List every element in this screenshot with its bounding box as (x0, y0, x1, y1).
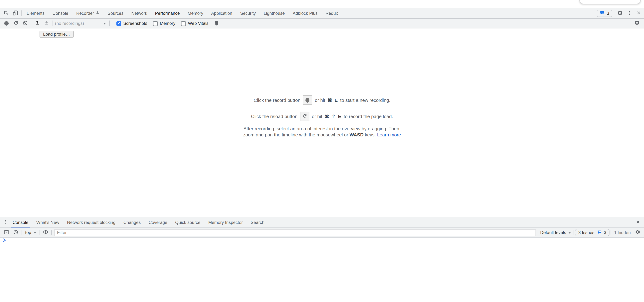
tab-memory[interactable]: Memory (184, 8, 207, 18)
learn-more-link[interactable]: Learn more (377, 132, 401, 137)
create-live-expression-button[interactable] (41, 228, 50, 237)
tab-label: What's New (36, 220, 59, 225)
divider (574, 230, 574, 235)
console-settings-button[interactable] (633, 228, 642, 237)
checkbox-label: Memory (160, 21, 176, 26)
issues-counter-button[interactable]: 3 (597, 10, 612, 17)
divider (52, 21, 52, 26)
tab-lighthouse[interactable]: Lighthouse (260, 8, 288, 18)
console-prompt-row[interactable] (0, 238, 644, 244)
issues-button[interactable]: 3 Issues: 3 (575, 229, 609, 236)
memory-checkbox[interactable] (153, 21, 158, 26)
divider (31, 21, 31, 26)
tab-redux[interactable]: Redux (322, 8, 342, 18)
upload-icon (34, 20, 40, 27)
tab-label: Security (240, 11, 256, 16)
tab-sources[interactable]: Sources (104, 8, 128, 18)
inline-reload-button[interactable] (300, 112, 309, 121)
recordings-select[interactable]: (no recordings) (54, 20, 108, 27)
memory-checkbox-group[interactable]: Memory (153, 21, 176, 26)
chevron-down-icon (103, 23, 106, 24)
load-profile-button[interactable] (32, 19, 42, 28)
console-sidebar-toggle-button[interactable] (2, 228, 11, 237)
download-icon (44, 20, 49, 27)
screenshots-checkbox-group[interactable]: Screenshots (116, 21, 147, 26)
reload-instruction-row: Click the reload button or hit ⌘ ⇧ E to … (251, 112, 393, 121)
tab-label: Elements (26, 11, 44, 16)
tab-label: Console (12, 220, 28, 225)
tab-label: Memory (188, 11, 203, 16)
save-profile-button[interactable] (42, 19, 51, 28)
more-options-button[interactable] (624, 9, 634, 18)
tab-label: Recorder (76, 11, 94, 16)
settings-button[interactable] (615, 9, 624, 18)
tab-adblock-plus[interactable]: Adblock Plus (289, 8, 322, 18)
drawer-tab-changes[interactable]: Changes (120, 217, 145, 227)
record-icon (306, 98, 310, 102)
tab-label: Redux (326, 11, 338, 16)
instruction-text: to start a new recording. (340, 97, 390, 103)
performance-toolbar: (no recordings) Screenshots Memory Web V… (0, 19, 644, 29)
inspect-cursor-icon (3, 10, 9, 17)
device-toolbar-button[interactable] (11, 9, 20, 18)
drawer-tab-coverage[interactable]: Coverage (145, 217, 171, 227)
tab-performance[interactable]: Performance (151, 8, 184, 18)
clear-console-button[interactable] (11, 228, 20, 237)
divider (51, 230, 52, 235)
trash-icon (214, 20, 219, 27)
tab-label: Adblock Plus (293, 11, 318, 16)
issues-bubble-icon (598, 230, 602, 235)
drawer-tab-console[interactable]: Console (8, 217, 32, 227)
hidden-messages-label: 1 hidden (614, 230, 631, 235)
divider (109, 21, 110, 26)
drawer-tab-search[interactable]: Search (247, 217, 268, 227)
close-drawer-button[interactable] (633, 218, 642, 227)
device-toolbar-icon (12, 10, 18, 17)
tab-elements[interactable]: Elements (23, 8, 48, 18)
console-prompt-chevron-icon (3, 238, 6, 243)
tab-security[interactable]: Security (236, 8, 260, 18)
recordings-select-value: (no recordings) (55, 21, 84, 26)
instruction-text: or hit (315, 97, 325, 103)
screenshots-checkbox[interactable] (116, 21, 121, 26)
drawer-tab-memory-inspector[interactable]: Memory Inspector (204, 217, 247, 227)
eye-icon (42, 229, 48, 236)
three-dot-menu-icon (627, 10, 632, 16)
clear-recording-button[interactable] (20, 19, 30, 28)
record-button[interactable] (2, 19, 11, 28)
drawer-tabbar: Console What's New Network request block… (0, 217, 644, 228)
drawer-more-tabs-button[interactable] (2, 218, 8, 227)
tab-label: Lighthouse (264, 11, 284, 16)
drawer-tab-network-request-blocking[interactable]: Network request blocking (63, 217, 119, 227)
shortcut-key: E (338, 114, 341, 119)
tab-label: Memory Inspector (208, 220, 243, 225)
console-filter-box[interactable] (54, 229, 536, 236)
tooltip-label: Load profile… (43, 32, 70, 37)
reload-and-record-button[interactable] (11, 19, 20, 28)
log-levels-select[interactable]: Default levels (539, 230, 572, 235)
garbage-collect-button[interactable] (212, 19, 222, 28)
performance-panel-content: Click the record button or hit ⌘ E to st… (0, 29, 644, 217)
context-select-value: top (25, 230, 31, 235)
tab-network[interactable]: Network (128, 8, 151, 18)
tab-label: Changes (124, 220, 141, 225)
divider (610, 230, 611, 235)
close-devtools-button[interactable] (634, 9, 643, 18)
tab-console[interactable]: Console (48, 8, 72, 18)
drawer-tab-whats-new[interactable]: What's New (32, 217, 63, 227)
levels-select-value: Default levels (540, 230, 566, 235)
web-vitals-checkbox-group[interactable]: Web Vitals (181, 21, 208, 26)
drawer-tab-quick-source[interactable]: Quick source (171, 217, 204, 227)
capture-settings-button[interactable] (632, 19, 642, 28)
instruction-text: Click the record button (254, 97, 300, 103)
tab-recorder[interactable]: Recorder (72, 8, 104, 18)
browser-top-strip (0, 0, 644, 8)
inline-record-button[interactable] (303, 95, 312, 105)
web-vitals-checkbox[interactable] (181, 21, 186, 26)
inspect-element-button[interactable] (2, 9, 11, 18)
tab-application[interactable]: Application (207, 8, 236, 18)
filter-input[interactable] (54, 229, 536, 236)
instruction-text: to record the page load. (344, 114, 393, 119)
execution-context-select[interactable]: top (23, 230, 38, 235)
tab-label: Search (251, 220, 264, 225)
